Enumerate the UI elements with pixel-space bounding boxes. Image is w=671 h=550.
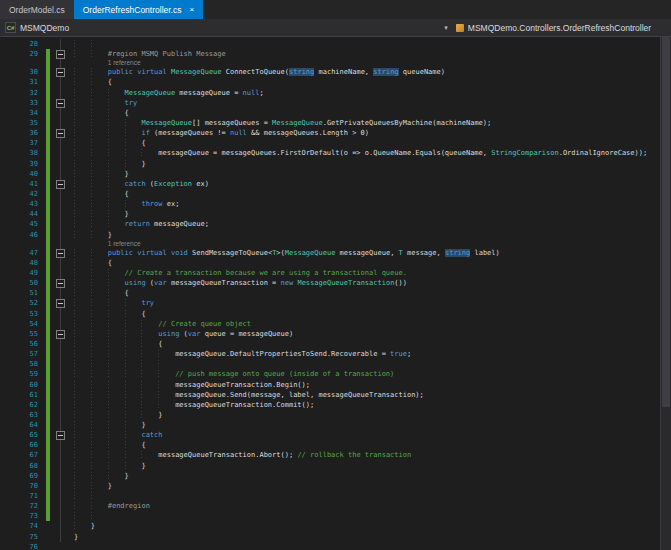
line-number[interactable]: 45 xyxy=(0,219,44,229)
code-line[interactable]: 32 MessageQueue messageQueue = null; xyxy=(0,88,660,98)
code-line[interactable]: 66 { xyxy=(0,440,660,450)
code-line[interactable]: 57 messageQueue.DefaultPropertiesToSend.… xyxy=(0,349,660,359)
collapse-icon[interactable] xyxy=(56,431,65,440)
code-line[interactable]: 41 catch (Exception ex) xyxy=(0,179,660,189)
code-line[interactable]: 63 } xyxy=(0,410,660,420)
code-line[interactable]: 76 xyxy=(0,542,660,550)
collapse-icon[interactable] xyxy=(56,299,65,308)
code-line[interactable]: 43 throw ex; xyxy=(0,199,660,209)
line-number[interactable]: 62 xyxy=(0,400,44,410)
line-number[interactable]: 55 xyxy=(0,329,44,339)
code-line[interactable]: 33 try xyxy=(0,98,660,108)
tab-orderrefreshcontroller[interactable]: OrderRefreshController.cs × xyxy=(74,0,203,19)
code-line[interactable]: 61 messageQueue.Send(message, label, mes… xyxy=(0,390,660,400)
codelens-row[interactable]: 1 reference xyxy=(0,240,660,248)
line-number[interactable]: 67 xyxy=(0,450,44,460)
code-line[interactable]: 31 { xyxy=(0,77,660,87)
collapse-icon[interactable] xyxy=(56,68,65,77)
code-line[interactable]: 64 } xyxy=(0,420,660,430)
code-line[interactable]: 38 messageQueue = messageQueues.FirstOrD… xyxy=(0,148,660,158)
code-line[interactable]: 71 xyxy=(0,491,660,501)
code-line[interactable]: 60 messageQueueTransaction.Begin(); xyxy=(0,380,660,390)
line-number[interactable]: 53 xyxy=(0,309,44,319)
line-number[interactable]: 73 xyxy=(0,511,44,521)
line-number[interactable]: 71 xyxy=(0,491,44,501)
line-number[interactable]: 37 xyxy=(0,138,44,148)
code-line[interactable]: 56 { xyxy=(0,339,660,349)
line-number[interactable]: 51 xyxy=(0,288,44,298)
code-line[interactable]: 69 } xyxy=(0,471,660,481)
line-number[interactable]: 29 xyxy=(0,49,44,59)
line-number[interactable]: 35 xyxy=(0,118,44,128)
line-number[interactable]: 74 xyxy=(0,521,44,531)
line-number[interactable]: 68 xyxy=(0,461,44,471)
vertical-scrollbar[interactable] xyxy=(660,37,671,550)
codelens-text[interactable]: 1 reference xyxy=(70,240,660,248)
code-line[interactable]: 50 using (var messageQueueTransaction = … xyxy=(0,278,660,288)
line-number[interactable]: 43 xyxy=(0,199,44,209)
code-line[interactable]: 58 xyxy=(0,359,660,369)
code-line[interactable]: 40 } xyxy=(0,169,660,179)
collapse-icon[interactable] xyxy=(56,129,65,138)
project-dropdown[interactable]: C# MSMQDemo ▾ xyxy=(0,19,453,36)
line-number[interactable]: 64 xyxy=(0,420,44,430)
code-line[interactable]: 53 { xyxy=(0,309,660,319)
line-number[interactable]: 52 xyxy=(0,298,44,308)
code-line[interactable]: 46 } xyxy=(0,230,660,240)
line-number[interactable]: 72 xyxy=(0,501,44,511)
line-number[interactable]: 59 xyxy=(0,369,44,379)
code-line[interactable]: 49 // Create a transaction because we ar… xyxy=(0,268,660,278)
line-number[interactable]: 30 xyxy=(0,67,44,77)
line-number[interactable]: 54 xyxy=(0,319,44,329)
code-line[interactable]: 35 MessageQueue[] messageQueues = Messag… xyxy=(0,118,660,128)
code-line[interactable]: 68 } xyxy=(0,461,660,471)
line-number[interactable]: 40 xyxy=(0,169,44,179)
code-line[interactable]: 54 // Create queue object xyxy=(0,319,660,329)
collapse-icon[interactable] xyxy=(56,279,65,288)
code-line[interactable]: 52 try xyxy=(0,298,660,308)
scrollbar-thumb[interactable] xyxy=(662,37,670,407)
type-dropdown[interactable]: MSMQDemo.Controllers.OrderRefreshControl… xyxy=(453,19,671,36)
code-line[interactable]: 44 } xyxy=(0,209,660,219)
collapse-icon[interactable] xyxy=(56,99,65,108)
codelens-row[interactable]: 1 reference xyxy=(0,59,660,67)
line-number[interactable]: 56 xyxy=(0,339,44,349)
line-number[interactable]: 75 xyxy=(0,532,44,542)
collapse-icon[interactable] xyxy=(56,180,65,189)
line-number[interactable]: 48 xyxy=(0,258,44,268)
code-line[interactable]: 28 xyxy=(0,39,660,49)
line-number[interactable]: 50 xyxy=(0,278,44,288)
code-line[interactable]: 62 messageQueueTransaction.Commit(); xyxy=(0,400,660,410)
codelens-text[interactable]: 1 reference xyxy=(70,59,660,67)
line-number[interactable]: 61 xyxy=(0,390,44,400)
line-number[interactable]: 46 xyxy=(0,230,44,240)
line-number[interactable]: 38 xyxy=(0,148,44,158)
codelens-reference-link[interactable]: 1 reference xyxy=(108,59,141,66)
line-number[interactable]: 66 xyxy=(0,440,44,450)
code-line[interactable]: 73 xyxy=(0,511,660,521)
line-number[interactable]: 49 xyxy=(0,268,44,278)
line-number[interactable]: 28 xyxy=(0,39,44,49)
close-tab-icon[interactable]: × xyxy=(189,6,194,14)
line-number[interactable]: 32 xyxy=(0,88,44,98)
code-line[interactable]: 67 messageQueueTransaction.Abort(); // r… xyxy=(0,450,660,460)
code-line[interactable]: 29 #region MSMQ Publish Message xyxy=(0,49,660,59)
code-line[interactable]: 34 { xyxy=(0,108,660,118)
line-number[interactable]: 36 xyxy=(0,128,44,138)
collapse-icon[interactable] xyxy=(56,249,65,258)
code-line[interactable]: 37 { xyxy=(0,138,660,148)
line-number[interactable]: 76 xyxy=(0,542,44,550)
codelens-reference-link[interactable]: 1 reference xyxy=(108,240,141,247)
line-number[interactable]: 44 xyxy=(0,209,44,219)
line-number[interactable]: 34 xyxy=(0,108,44,118)
code-line[interactable]: 55 using (var queue = messageQueue) xyxy=(0,329,660,339)
line-number[interactable]: 58 xyxy=(0,359,44,369)
code-line[interactable]: 42 { xyxy=(0,189,660,199)
line-number[interactable] xyxy=(0,240,44,248)
collapse-icon[interactable] xyxy=(56,50,65,59)
line-number[interactable]: 31 xyxy=(0,77,44,87)
code-line[interactable]: 72 #endregion xyxy=(0,501,660,511)
code-line[interactable]: 36 if (messageQueues != null && messageQ… xyxy=(0,128,660,138)
line-number[interactable]: 41 xyxy=(0,179,44,189)
line-number[interactable]: 60 xyxy=(0,380,44,390)
